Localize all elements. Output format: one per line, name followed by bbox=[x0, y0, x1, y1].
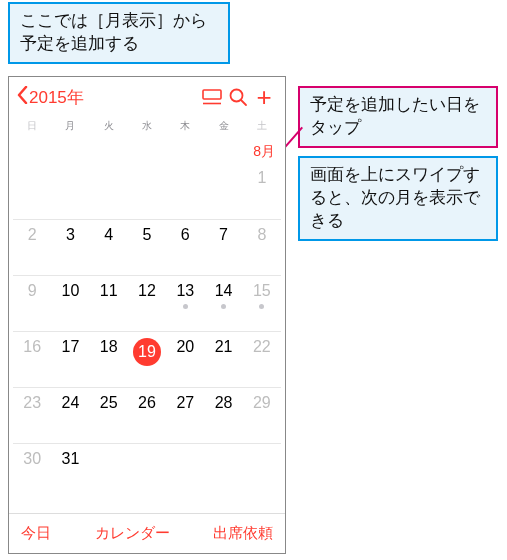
svg-rect-0 bbox=[203, 90, 221, 99]
day-cell bbox=[243, 443, 281, 499]
day-cell[interactable]: 3 bbox=[51, 219, 89, 275]
day-number: 9 bbox=[28, 282, 37, 300]
day-cell bbox=[204, 443, 242, 499]
day-cell[interactable]: 5 bbox=[128, 219, 166, 275]
day-number: 29 bbox=[253, 394, 271, 412]
search-icon[interactable] bbox=[225, 87, 251, 107]
day-cell[interactable]: 12 bbox=[128, 275, 166, 331]
weekday-fri: 金 bbox=[204, 119, 242, 133]
navbar: 2015年 + bbox=[9, 77, 285, 117]
weekday-header: 日 月 火 水 木 金 土 bbox=[9, 117, 285, 137]
day-cell[interactable]: 16 bbox=[13, 331, 51, 387]
day-number: 2 bbox=[28, 226, 37, 244]
day-number: 30 bbox=[23, 450, 41, 468]
weekday-sun: 日 bbox=[13, 119, 51, 133]
add-event-icon[interactable]: + bbox=[251, 87, 277, 107]
weekday-tue: 火 bbox=[90, 119, 128, 133]
callout-swipe: 画面を上にスワイプすると、次の月を表示できる bbox=[298, 156, 498, 241]
day-cell[interactable]: 15 bbox=[243, 275, 281, 331]
day-cell[interactable]: 25 bbox=[90, 387, 128, 443]
back-button[interactable]: 2015年 bbox=[17, 86, 84, 109]
view-toggle-icon[interactable] bbox=[199, 89, 225, 105]
day-number: 14 bbox=[215, 282, 233, 300]
day-cell[interactable]: 11 bbox=[90, 275, 128, 331]
back-label: 2015年 bbox=[29, 86, 84, 109]
day-number: 20 bbox=[176, 338, 194, 356]
day-cell bbox=[128, 163, 166, 219]
day-number: 6 bbox=[181, 226, 190, 244]
day-number: 17 bbox=[62, 338, 80, 356]
svg-line-3 bbox=[241, 100, 246, 105]
callout-month-view: ここでは［月表示］から予定を追加する bbox=[8, 2, 230, 64]
weekday-thu: 木 bbox=[166, 119, 204, 133]
day-cell[interactable]: 8 bbox=[243, 219, 281, 275]
day-number: 10 bbox=[62, 282, 80, 300]
day-number: 27 bbox=[176, 394, 194, 412]
calendar-app: 2015年 + 日 月 火 水 木 金 土 8月 123456789101112… bbox=[8, 76, 286, 554]
day-number: 16 bbox=[23, 338, 41, 356]
day-number: 3 bbox=[66, 226, 75, 244]
day-cell bbox=[13, 163, 51, 219]
day-cell[interactable]: 10 bbox=[51, 275, 89, 331]
weekday-wed: 水 bbox=[128, 119, 166, 133]
day-cell[interactable]: 21 bbox=[204, 331, 242, 387]
day-number: 1 bbox=[257, 169, 266, 187]
day-cell[interactable]: 26 bbox=[128, 387, 166, 443]
day-number: 19 bbox=[133, 338, 161, 366]
day-cell[interactable]: 24 bbox=[51, 387, 89, 443]
day-number: 26 bbox=[138, 394, 156, 412]
today-button[interactable]: 今日 bbox=[21, 524, 51, 543]
event-dot bbox=[221, 304, 226, 309]
day-cell bbox=[166, 443, 204, 499]
day-cell[interactable]: 31 bbox=[51, 443, 89, 499]
day-number: 15 bbox=[253, 282, 271, 300]
day-number: 23 bbox=[23, 394, 41, 412]
day-number: 28 bbox=[215, 394, 233, 412]
day-number: 8 bbox=[257, 226, 266, 244]
day-cell[interactable]: 22 bbox=[243, 331, 281, 387]
event-dot bbox=[259, 304, 264, 309]
day-cell bbox=[90, 163, 128, 219]
day-cell[interactable]: 30 bbox=[13, 443, 51, 499]
day-cell[interactable]: 17 bbox=[51, 331, 89, 387]
weekday-sat: 土 bbox=[243, 119, 281, 133]
day-cell[interactable]: 20 bbox=[166, 331, 204, 387]
day-cell[interactable]: 7 bbox=[204, 219, 242, 275]
day-cell[interactable]: 4 bbox=[90, 219, 128, 275]
day-cell[interactable]: 9 bbox=[13, 275, 51, 331]
day-cell[interactable]: 14 bbox=[204, 275, 242, 331]
day-cell[interactable]: 6 bbox=[166, 219, 204, 275]
day-cell[interactable]: 1 bbox=[243, 163, 281, 219]
day-cell bbox=[166, 163, 204, 219]
day-number: 18 bbox=[100, 338, 118, 356]
day-number: 4 bbox=[104, 226, 113, 244]
day-cell bbox=[204, 163, 242, 219]
day-number: 24 bbox=[62, 394, 80, 412]
day-number: 11 bbox=[100, 282, 118, 300]
day-number: 21 bbox=[215, 338, 233, 356]
day-cell[interactable]: 18 bbox=[90, 331, 128, 387]
day-cell bbox=[128, 443, 166, 499]
calendar-grid[interactable]: 1234567891011121314151617181920212223242… bbox=[9, 163, 285, 499]
day-number: 7 bbox=[219, 226, 228, 244]
day-number: 22 bbox=[253, 338, 271, 356]
day-cell bbox=[51, 163, 89, 219]
inbox-button[interactable]: 出席依頼 bbox=[213, 524, 273, 543]
day-number: 5 bbox=[143, 226, 152, 244]
day-number: 31 bbox=[62, 450, 80, 468]
calendars-button[interactable]: カレンダー bbox=[95, 524, 170, 543]
day-cell[interactable]: 13 bbox=[166, 275, 204, 331]
day-number: 12 bbox=[138, 282, 156, 300]
callout-tap-day: 予定を追加したい日をタップ bbox=[298, 86, 498, 148]
day-cell[interactable]: 19 bbox=[128, 331, 166, 387]
day-number: 13 bbox=[176, 282, 194, 300]
chevron-left-icon bbox=[17, 86, 28, 109]
day-cell bbox=[90, 443, 128, 499]
day-cell[interactable]: 2 bbox=[13, 219, 51, 275]
day-cell[interactable]: 28 bbox=[204, 387, 242, 443]
day-number: 25 bbox=[100, 394, 118, 412]
day-cell[interactable]: 27 bbox=[166, 387, 204, 443]
day-cell[interactable]: 29 bbox=[243, 387, 281, 443]
event-dot bbox=[183, 304, 188, 309]
day-cell[interactable]: 23 bbox=[13, 387, 51, 443]
